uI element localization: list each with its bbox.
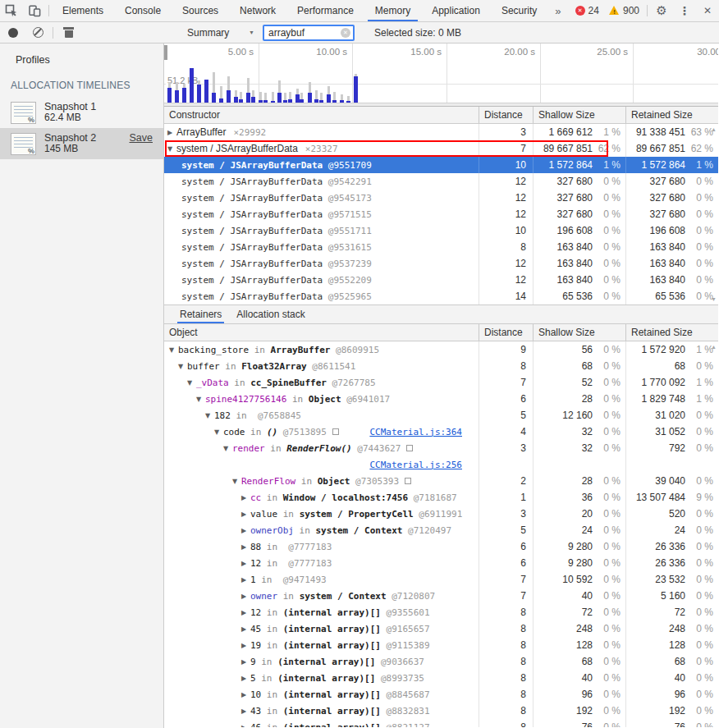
- retainer-row[interactable]: ▶cc in Window / localhost:7456 @71816871…: [164, 489, 718, 506]
- retainer-row[interactable]: ▶10 in (internal array)[] @88456878960 %…: [164, 686, 718, 703]
- expand-arrow-icon[interactable]: ▶: [241, 593, 250, 600]
- expand-arrow-icon[interactable]: ▶: [241, 543, 250, 551]
- retainer-row[interactable]: ▼182 in @7658845512 1600 %31 0200 %: [164, 407, 718, 424]
- retainer-row[interactable]: ▼_vData in cc_SpineBuffer @72677857520 %…: [164, 374, 718, 391]
- expand-arrow-icon[interactable]: ▼: [167, 145, 176, 153]
- class-filter-input[interactable]: arraybuf ✕: [263, 25, 355, 41]
- sidebar-item-snapshot-2[interactable]: % Snapshot 2 145 MB Save: [0, 128, 163, 159]
- expand-arrow-icon[interactable]: ▼: [232, 478, 241, 485]
- record-icon[interactable]: [8, 28, 18, 38]
- expand-arrow-icon[interactable]: ▼: [223, 445, 232, 452]
- retainer-row[interactable]: ▶46 in (internal array)[] @88211278760 %…: [164, 719, 718, 727]
- retainer-row[interactable]: ▶12 in @777718369 2800 %26 3360 %: [164, 555, 718, 571]
- more-tabs-icon[interactable]: »: [547, 0, 568, 21]
- retainer-row[interactable]: ▶9 in (internal array)[] @90366378680 %6…: [164, 653, 718, 670]
- timeline-left-grip[interactable]: [164, 45, 167, 60]
- source-link[interactable]: CCMaterial.js:364: [369, 427, 462, 437]
- constructor-row[interactable]: system / JSArrayBufferData @954229112327…: [164, 173, 718, 190]
- expand-arrow-icon[interactable]: ▶: [241, 511, 250, 518]
- expand-arrow-icon[interactable]: ▶: [241, 691, 250, 698]
- kebab-menu-icon[interactable]: ⋮: [673, 0, 696, 21]
- expand-arrow-icon[interactable]: ▼: [178, 363, 187, 370]
- tab-console[interactable]: Console: [114, 0, 172, 21]
- expand-arrow-icon[interactable]: ▶: [241, 625, 250, 633]
- tab-application[interactable]: Application: [421, 0, 491, 21]
- warning-badge[interactable]: ! 900: [604, 0, 644, 21]
- inspect-icon[interactable]: [0, 0, 23, 21]
- expand-arrow-icon[interactable]: ▼: [187, 379, 196, 387]
- constructor-row[interactable]: system / JSArrayBufferData @95259651465 …: [164, 288, 718, 304]
- column-constructor[interactable]: Constructor: [164, 107, 479, 123]
- constructor-row-selected[interactable]: system / JSArrayBufferData @9551709101 5…: [164, 157, 718, 173]
- column-retained-size[interactable]: Retained Size: [625, 324, 718, 341]
- expand-arrow-icon[interactable]: ▶: [241, 675, 250, 682]
- retainer-row[interactable]: ▶43 in (internal array)[] @883283181920 …: [164, 703, 718, 719]
- allocation-timeline-overview[interactable]: 5.00 s10.00 s15.00 s20.00 s25.00 s30.00 …: [164, 43, 718, 107]
- retainer-row[interactable]: ▼backing_store in ArrayBuffer @860991595…: [164, 341, 718, 358]
- expand-arrow-icon[interactable]: ▼: [169, 346, 178, 354]
- retainer-row[interactable]: ▼code in () @7513895CCMaterial.js:364432…: [164, 424, 718, 440]
- tab-elements[interactable]: Elements: [52, 0, 114, 21]
- device-toolbar-icon[interactable]: [23, 0, 46, 21]
- expand-arrow-icon[interactable]: ▶: [241, 724, 250, 728]
- timeline-scroll-track[interactable]: [164, 103, 718, 106]
- expand-arrow-icon[interactable]: ▼: [214, 428, 223, 436]
- column-object[interactable]: Object: [164, 324, 479, 341]
- expand-arrow-icon[interactable]: ▶: [241, 658, 250, 666]
- constructor-row[interactable]: system / JSArrayBufferData @954517312327…: [164, 190, 718, 206]
- column-distance[interactable]: Distance: [479, 324, 533, 341]
- retainer-row[interactable]: ▼spine4127756146 in Object @69410176280 …: [164, 391, 718, 407]
- save-link[interactable]: Save: [130, 132, 153, 144]
- constructor-row[interactable]: system / JSArrayBufferData @95316158163 …: [164, 239, 718, 255]
- tab-performance[interactable]: Performance: [286, 0, 364, 21]
- expand-arrow-icon[interactable]: ▶: [241, 494, 250, 501]
- sidebar-item-snapshot-1[interactable]: % Snapshot 1 62.4 MB: [0, 97, 163, 128]
- constructor-row[interactable]: system / JSArrayBufferData @953723912163…: [164, 255, 718, 272]
- retainer-row[interactable]: CCMaterial.js:256: [164, 456, 718, 473]
- expand-arrow-icon[interactable]: ▶: [241, 642, 250, 649]
- retainer-row[interactable]: ▶45 in (internal array)[] @916565782480 …: [164, 620, 718, 637]
- column-shallow-size[interactable]: Shallow Size: [533, 324, 625, 341]
- close-icon[interactable]: ✕: [696, 0, 719, 21]
- tab-retainers[interactable]: Retainers: [172, 305, 229, 323]
- expand-arrow-icon[interactable]: ▶: [241, 707, 250, 715]
- reveal-checkbox[interactable]: [405, 478, 411, 484]
- retainer-row[interactable]: ▼render in RenderFlow() @74436273320 %79…: [164, 440, 718, 456]
- retainer-row[interactable]: ▼RenderFlow in Object @73053932280 %39 0…: [164, 473, 718, 489]
- source-link[interactable]: CCMaterial.js:256: [369, 460, 462, 470]
- retainer-row[interactable]: ▶owner in system / Context @71208077400 …: [164, 588, 718, 604]
- expand-arrow-icon[interactable]: ▶: [241, 560, 250, 567]
- clear-icon[interactable]: [33, 27, 44, 38]
- tab-memory[interactable]: Memory: [364, 0, 421, 21]
- error-badge[interactable]: ✕ 24: [570, 0, 604, 21]
- expand-arrow-icon[interactable]: ▼: [196, 396, 205, 403]
- reveal-checkbox[interactable]: [332, 428, 339, 435]
- retainer-row[interactable]: ▶88 in @777718369 2800 %26 3360 %: [164, 538, 718, 555]
- settings-gear-icon[interactable]: ⚙: [650, 0, 673, 21]
- retainer-row[interactable]: ▶19 in (internal array)[] @911538981280 …: [164, 637, 718, 653]
- tab-network[interactable]: Network: [229, 0, 286, 21]
- expand-arrow-icon[interactable]: ▼: [205, 412, 214, 419]
- constructor-row[interactable]: system / JSArrayBufferData @955220912163…: [164, 272, 718, 288]
- reveal-checkbox[interactable]: [406, 445, 413, 451]
- retainer-row[interactable]: ▶value in system / PropertyCell @6911991…: [164, 506, 718, 522]
- column-shallow-size[interactable]: Shallow Size: [533, 107, 625, 123]
- retainer-row[interactable]: ▶12 in (internal array)[] @93556018720 %…: [164, 604, 718, 620]
- column-retained-size[interactable]: Retained Size: [625, 107, 718, 123]
- tab-security[interactable]: Security: [491, 0, 547, 21]
- constructor-row[interactable]: system / JSArrayBufferData @957151512327…: [164, 206, 718, 222]
- retainer-row[interactable]: ▶5 in (internal array)[] @89937358400 %4…: [164, 670, 718, 686]
- perspective-select[interactable]: Summary ▼: [187, 27, 263, 39]
- expand-arrow-icon[interactable]: ▶: [241, 609, 250, 616]
- tab-sources[interactable]: Sources: [172, 0, 229, 21]
- expand-arrow-icon[interactable]: ▶: [241, 576, 250, 584]
- retainer-row[interactable]: ▼buffer in Float32Array @86115418680 %68…: [164, 358, 718, 374]
- constructor-row[interactable]: system / JSArrayBufferData @955171110196…: [164, 222, 718, 239]
- expand-arrow-icon[interactable]: ▶: [167, 129, 176, 136]
- clear-search-icon[interactable]: ✕: [341, 28, 350, 38]
- column-distance[interactable]: Distance: [479, 107, 533, 123]
- retainer-row[interactable]: ▶1 in @9471493710 5920 %23 5320 %: [164, 571, 718, 588]
- expand-arrow-icon[interactable]: ▶: [241, 527, 250, 534]
- tab-allocation-stack[interactable]: Allocation stack: [229, 305, 312, 323]
- delete-profile-icon[interactable]: [64, 27, 73, 38]
